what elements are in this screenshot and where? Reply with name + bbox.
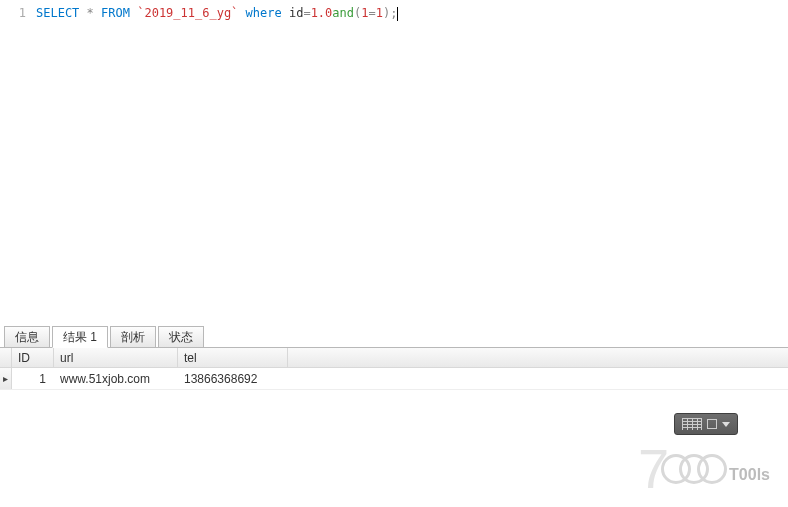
column-label: ID <box>18 351 30 365</box>
cell-url[interactable]: www.51xjob.com <box>54 370 178 388</box>
tab-info[interactable]: 信息 <box>4 326 50 348</box>
keyword-select: SELECT <box>36 6 79 20</box>
tab-profiler[interactable]: 剖析 <box>110 326 156 348</box>
cell-value: 1 <box>39 372 46 386</box>
watermark-ring-icon <box>679 454 709 484</box>
column-header-url[interactable]: url <box>54 348 178 367</box>
watermark-digit: 7 <box>638 436 667 501</box>
cell-tel[interactable]: 13866368692 <box>178 370 288 388</box>
operator-star: * <box>87 6 94 20</box>
watermark-ring-icon <box>697 454 727 484</box>
table-row[interactable]: ▸ 1 www.51xjob.com 13866368692 <box>0 368 788 390</box>
tab-label: 信息 <box>15 330 39 344</box>
view-mode-widget[interactable] <box>674 413 738 435</box>
tab-status[interactable]: 状态 <box>158 326 204 348</box>
column-header-id[interactable]: ID <box>12 348 54 367</box>
keyword-where: where <box>246 6 282 20</box>
column-label: url <box>60 351 73 365</box>
line-gutter: 1 <box>0 0 36 324</box>
text-cursor <box>397 7 398 21</box>
table-name: `2019_11_6_yg` <box>137 6 238 20</box>
line-number: 1 <box>19 6 26 20</box>
tab-result-1[interactable]: 结果 1 <box>52 326 108 348</box>
sql-editor[interactable]: 1 SELECT * FROM `2019_11_6_yg` where id=… <box>0 0 788 324</box>
watermark-label: T00ls <box>729 466 770 484</box>
cell-value: www.51xjob.com <box>60 372 150 386</box>
semicolon: ; <box>390 6 397 20</box>
row-marker-header <box>0 348 12 367</box>
watermark-ring-icon <box>661 454 691 484</box>
cell-value: 13866368692 <box>184 372 257 386</box>
watermark: 7 T00ls <box>638 436 770 501</box>
column-label: tel <box>184 351 197 365</box>
form-view-icon[interactable] <box>707 419 717 429</box>
operator-eq: = <box>303 6 310 20</box>
results-grid: ID url tel ▸ 1 www.51xjob.com 1386636869… <box>0 348 788 390</box>
grid-view-icon[interactable] <box>682 418 702 430</box>
operator-eq2: = <box>368 6 375 20</box>
column-header-tel[interactable]: tel <box>178 348 288 367</box>
tab-label: 剖析 <box>121 330 145 344</box>
ident-id: id <box>289 6 303 20</box>
grid-header-row: ID url tel <box>0 348 788 368</box>
tab-label: 状态 <box>169 330 193 344</box>
sql-code-line[interactable]: SELECT * FROM `2019_11_6_yg` where id=1.… <box>36 0 398 324</box>
tab-label: 结果 1 <box>63 330 97 344</box>
cell-id[interactable]: 1 <box>12 370 54 388</box>
keyword-and: and <box>332 6 354 20</box>
keyword-from: FROM <box>101 6 130 20</box>
row-marker[interactable]: ▸ <box>0 368 12 389</box>
dropdown-caret-icon[interactable] <box>722 422 730 427</box>
literal-1b: 1 <box>376 6 383 20</box>
result-tab-bar: 信息 结果 1 剖析 状态 <box>0 324 788 348</box>
literal-1p0: 1.0 <box>311 6 333 20</box>
